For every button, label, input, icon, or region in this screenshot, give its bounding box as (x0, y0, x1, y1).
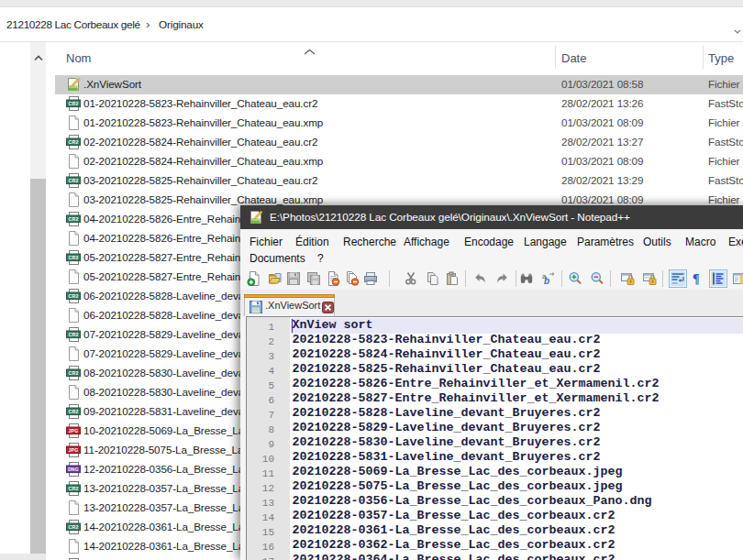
svg-text:JPG: JPG (69, 447, 79, 453)
svg-text:CR2: CR2 (69, 293, 79, 299)
svg-text:CR2: CR2 (69, 255, 79, 260)
svg-text:¶: ¶ (693, 272, 700, 286)
svg-text:CR2: CR2 (69, 409, 79, 414)
svg-text:CR2: CR2 (69, 101, 79, 106)
svg-text:CR2: CR2 (69, 524, 79, 530)
svg-text:CR2: CR2 (69, 216, 79, 222)
svg-text:DNG: DNG (68, 467, 79, 472)
svg-text:CR2: CR2 (69, 370, 79, 376)
svg-text:b: b (544, 276, 549, 286)
svg-text:CR2: CR2 (69, 486, 79, 491)
svg-text:JPG: JPG (69, 428, 79, 434)
svg-text:CR2: CR2 (69, 139, 79, 145)
svg-text:CR2: CR2 (69, 178, 79, 183)
svg-text:CR2: CR2 (69, 332, 79, 337)
